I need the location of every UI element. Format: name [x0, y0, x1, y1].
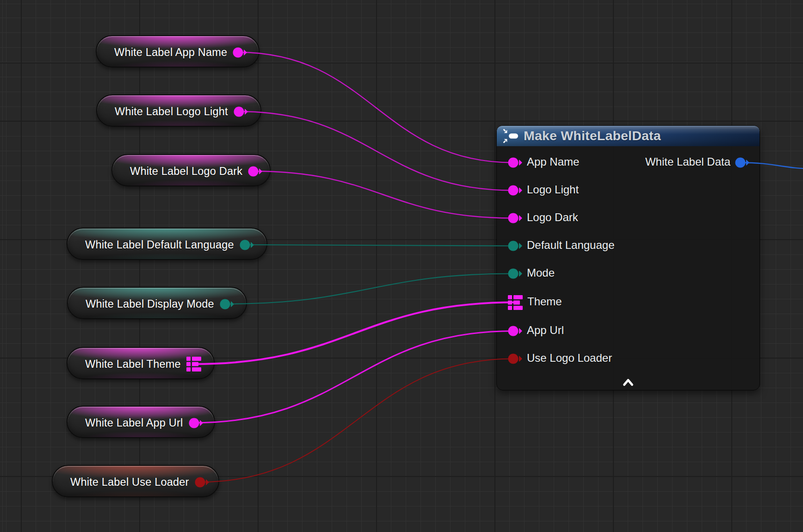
- input-pin-label: Use Logo Loader: [527, 352, 612, 365]
- struct-input-pin-icon[interactable]: [508, 295, 523, 310]
- wire-connection-6[interactable]: [194, 331, 513, 423]
- bool-input-pin-icon[interactable]: [508, 353, 522, 364]
- input-row-app-url: App Url: [508, 322, 564, 339]
- enum-output-pin-icon[interactable]: [240, 240, 254, 250]
- var-node-white-label-app-name[interactable]: White Label App Name: [96, 35, 259, 68]
- var-node-label: White Label Logo Dark: [130, 165, 242, 178]
- string-input-pin-icon[interactable]: [508, 157, 522, 168]
- input-pin-label: Default Language: [527, 239, 615, 252]
- make-whitelabeldata-node[interactable]: Make WhiteLabelData App Name Logo Light …: [496, 125, 760, 390]
- string-output-pin-icon[interactable]: [248, 166, 262, 177]
- input-row-app-name: App Name: [508, 154, 579, 170]
- var-node-white-label-theme[interactable]: White Label Theme: [67, 347, 215, 379]
- input-row-logo-dark: Logo Dark: [508, 209, 578, 226]
- var-node-label: White Label App Name: [114, 46, 227, 59]
- input-pin-label: App Url: [527, 324, 564, 337]
- struct-output-pin-icon[interactable]: [735, 157, 749, 168]
- make-node-title: Make WhiteLabelData: [524, 128, 661, 143]
- enum-output-pin-icon[interactable]: [220, 299, 234, 309]
- output-row-white-label-data: White Label Data: [645, 154, 749, 170]
- string-output-pin-icon[interactable]: [233, 47, 247, 58]
- var-node-white-label-logo-dark[interactable]: White Label Logo Dark: [111, 154, 271, 186]
- wire-connection-4[interactable]: [225, 274, 513, 304]
- var-node-label: White Label App Url: [85, 417, 183, 429]
- var-node-white-label-default-language[interactable]: White Label Default Language: [67, 228, 267, 260]
- input-pin-label: Logo Dark: [527, 211, 578, 224]
- string-input-pin-icon[interactable]: [508, 213, 522, 223]
- enum-input-pin-icon[interactable]: [508, 241, 522, 251]
- wire-connection-7[interactable]: [200, 359, 513, 483]
- string-output-pin-icon[interactable]: [234, 106, 248, 117]
- var-node-label: White Label Default Language: [85, 239, 234, 251]
- input-pin-label: Mode: [527, 266, 555, 279]
- input-row-default-language: Default Language: [508, 237, 615, 254]
- var-node-white-label-display-mode[interactable]: White Label Display Mode: [67, 287, 247, 319]
- wire-connection-3[interactable]: [245, 245, 513, 246]
- input-row-logo-light: Logo Light: [508, 181, 579, 198]
- input-pin-label: Logo Light: [527, 183, 579, 196]
- input-pin-label: App Name: [527, 155, 579, 168]
- var-node-white-label-use-loader[interactable]: White Label Use Loader: [52, 465, 219, 497]
- var-node-white-label-app-url[interactable]: White Label App Url: [67, 406, 215, 438]
- input-row-mode: Mode: [508, 265, 555, 281]
- input-row-theme: Theme: [508, 293, 562, 310]
- var-node-label: White Label Use Loader: [70, 476, 189, 489]
- var-node-label: White Label Display Mode: [86, 298, 214, 310]
- string-input-pin-icon[interactable]: [508, 185, 522, 196]
- blueprint-graph-canvas[interactable]: White Label App Name White Label Logo Li…: [0, 0, 803, 532]
- wire-connection-1[interactable]: [239, 111, 513, 191]
- make-struct-icon: [503, 129, 519, 143]
- input-row-use-logo-loader: Use Logo Loader: [508, 350, 612, 366]
- collapse-node-chevron-icon[interactable]: [623, 378, 634, 386]
- output-pin-label: White Label Data: [645, 155, 730, 168]
- struct-output-pin-icon[interactable]: [186, 357, 201, 371]
- wire-connection-0[interactable]: [238, 52, 513, 163]
- make-node-title-bar[interactable]: Make WhiteLabelData: [497, 126, 760, 146]
- string-input-pin-icon[interactable]: [508, 326, 522, 336]
- enum-input-pin-icon[interactable]: [508, 268, 522, 279]
- var-node-label: White Label Theme: [85, 358, 181, 371]
- string-output-pin-icon[interactable]: [189, 418, 203, 428]
- bool-output-pin-icon[interactable]: [195, 477, 209, 488]
- var-node-white-label-logo-light[interactable]: White Label Logo Light: [96, 94, 261, 127]
- var-node-label: White Label Logo Light: [115, 105, 228, 118]
- wire-connection-2[interactable]: [253, 171, 513, 218]
- input-pin-label: Theme: [527, 295, 562, 308]
